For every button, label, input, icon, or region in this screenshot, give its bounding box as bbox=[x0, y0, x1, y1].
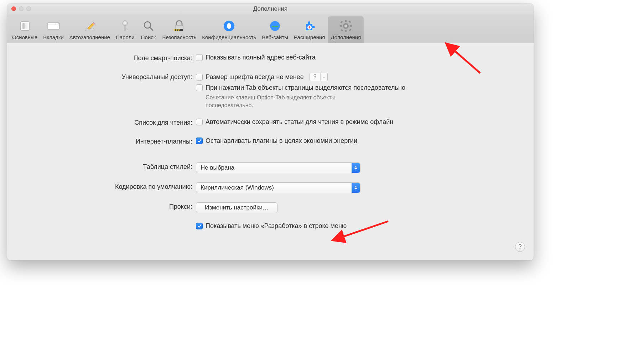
svg-point-9 bbox=[124, 22, 126, 24]
show-develop-menu-label: Показывать меню «Разработка» в строке ме… bbox=[206, 222, 347, 230]
min-font-size-value: 9 bbox=[310, 73, 320, 81]
tab-label: Пароли bbox=[116, 34, 135, 40]
tab-label: Безопасность bbox=[162, 34, 197, 40]
svg-rect-27 bbox=[345, 20, 347, 22]
encoding-label: Кодировка по умолчанию: bbox=[21, 182, 196, 191]
stylesheet-select[interactable]: Не выбрана bbox=[196, 162, 360, 173]
select-handle-icon bbox=[352, 163, 360, 173]
help-icon: ? bbox=[518, 243, 521, 250]
help-button[interactable]: ? bbox=[515, 242, 525, 252]
tab-label: Вкладки bbox=[43, 34, 64, 40]
show-full-url-checkbox[interactable] bbox=[196, 54, 203, 61]
tab-passwords[interactable]: Пароли bbox=[113, 16, 137, 43]
stop-plugins-label: Останавливать плагины в целях экономии э… bbox=[206, 137, 357, 145]
titlebar: Дополнения bbox=[7, 4, 534, 14]
tab-tabs[interactable]: + Вкладки bbox=[40, 16, 67, 43]
svg-rect-17 bbox=[173, 29, 173, 31]
tab-search[interactable]: Поиск bbox=[137, 16, 160, 43]
accessibility-label: Универсальный доступ: bbox=[21, 73, 196, 81]
svg-rect-10 bbox=[124, 25, 126, 31]
tab-privacy[interactable]: Конфиденциальность bbox=[199, 16, 259, 43]
tab-label: Поиск bbox=[141, 34, 156, 40]
tab-autofill[interactable]: Автозаполнение bbox=[67, 16, 113, 43]
select-handle-icon bbox=[352, 183, 360, 193]
svg-rect-28 bbox=[345, 30, 347, 32]
svg-rect-32 bbox=[349, 28, 351, 31]
tab-security[interactable]: Безопасность bbox=[160, 16, 199, 43]
show-develop-menu-checkbox[interactable] bbox=[196, 223, 203, 229]
window-controls bbox=[7, 6, 31, 11]
window-title: Дополнения bbox=[7, 5, 534, 12]
tab-general[interactable]: Основные bbox=[9, 16, 40, 43]
min-font-label: Размер шрифта всегда не менее bbox=[206, 73, 304, 81]
key-icon bbox=[117, 18, 133, 34]
preferences-window: Дополнения Основные + Вкладки Автозаполн… bbox=[7, 4, 534, 260]
svg-rect-0 bbox=[21, 22, 29, 30]
svg-rect-34 bbox=[341, 29, 343, 31]
change-proxy-settings-button[interactable]: Изменить настройки… bbox=[196, 202, 277, 213]
tab-label: Веб-сайты bbox=[262, 34, 288, 40]
tab-advanced[interactable]: Дополнения bbox=[328, 16, 364, 43]
proxy-label: Прокси: bbox=[21, 202, 196, 211]
general-icon bbox=[17, 18, 33, 34]
smart-search-label: Поле смарт-поиска: bbox=[21, 54, 196, 62]
gear-icon bbox=[338, 18, 354, 34]
encoding-select[interactable]: Кириллическая (Windows) bbox=[196, 182, 360, 193]
advanced-pane: Поле смарт-поиска: Показывать полный адр… bbox=[7, 43, 534, 260]
tab-extensions[interactable]: Расширения bbox=[291, 16, 328, 43]
svg-rect-11 bbox=[126, 29, 127, 30]
svg-rect-22 bbox=[227, 23, 231, 29]
svg-rect-7 bbox=[85, 29, 94, 31]
svg-point-35 bbox=[344, 25, 347, 27]
tab-label: Конфиденциальность bbox=[202, 34, 256, 40]
tab-label: Расширения bbox=[294, 34, 325, 40]
zoom-window-button[interactable] bbox=[26, 6, 31, 11]
svg-rect-2 bbox=[25, 23, 27, 29]
tab-highlight-checkbox[interactable] bbox=[196, 84, 203, 91]
tab-label: Основные bbox=[12, 34, 37, 40]
close-window-button[interactable] bbox=[11, 6, 16, 11]
svg-rect-30 bbox=[350, 25, 352, 27]
globe-icon bbox=[267, 18, 283, 34]
min-font-size-stepper[interactable]: 9 ⌄ bbox=[310, 73, 328, 81]
extensions-icon bbox=[301, 18, 318, 34]
minimize-window-button[interactable] bbox=[19, 6, 24, 11]
tab-highlight-hint: Сочетание клавиш Option-Tab выделяет объ… bbox=[206, 94, 376, 109]
stylesheet-label: Таблица стилей: bbox=[21, 162, 196, 171]
preferences-toolbar: Основные + Вкладки Автозаполнение Пароли bbox=[7, 14, 534, 43]
min-font-checkbox[interactable] bbox=[196, 74, 203, 81]
auto-save-offline-checkbox[interactable] bbox=[196, 119, 203, 125]
stylesheet-value: Не выбрана bbox=[201, 164, 234, 171]
stepper-button[interactable]: ⌄ bbox=[320, 73, 327, 81]
reading-list-label: Список для чтения: bbox=[21, 118, 196, 126]
tab-label: Автозаполнение bbox=[69, 34, 110, 40]
plugins-label: Интернет-плагины: bbox=[21, 137, 196, 145]
auto-save-offline-label: Автоматически сохранять статьи для чтени… bbox=[206, 118, 393, 126]
svg-rect-1 bbox=[22, 23, 25, 29]
svg-rect-33 bbox=[348, 20, 351, 23]
svg-rect-31 bbox=[340, 21, 343, 23]
autofill-icon bbox=[82, 18, 98, 34]
svg-rect-29 bbox=[340, 25, 342, 27]
tabs-icon: + bbox=[45, 18, 62, 34]
tab-label: Дополнения bbox=[331, 34, 361, 40]
stop-plugins-checkbox[interactable] bbox=[196, 138, 203, 144]
tab-websites[interactable]: Веб-сайты bbox=[259, 16, 291, 43]
tab-highlight-label: При нажатии Tab объекты страницы выделяю… bbox=[206, 84, 405, 92]
show-full-url-label: Показывать полный адрес веб-сайта bbox=[206, 54, 316, 61]
privacy-icon bbox=[221, 18, 237, 34]
button-label: Изменить настройки… bbox=[205, 204, 269, 211]
svg-line-13 bbox=[150, 27, 153, 30]
encoding-value: Кириллическая (Windows) bbox=[201, 184, 274, 191]
search-icon bbox=[140, 18, 157, 34]
lock-icon bbox=[171, 18, 187, 34]
svg-text:+: + bbox=[57, 22, 59, 25]
